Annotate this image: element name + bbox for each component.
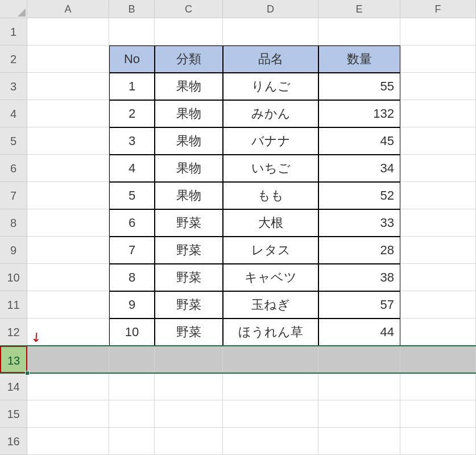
cell-C4[interactable]: 果物 [155, 100, 223, 127]
cell-E10[interactable]: 38 [318, 264, 400, 291]
cell-B10[interactable]: 8 [109, 264, 155, 291]
row-header-1[interactable]: 1 [0, 18, 27, 46]
cell-A14[interactable] [27, 373, 109, 400]
cell-F4[interactable] [400, 100, 476, 127]
row-header-10[interactable]: 10 [0, 264, 27, 291]
cell-D8[interactable]: 大根 [223, 209, 318, 237]
cell-F9[interactable] [400, 237, 476, 264]
cell-E6[interactable]: 34 [318, 155, 400, 182]
row-header-8[interactable]: 8 [0, 209, 27, 237]
cell-C2[interactable]: 分類 [155, 46, 223, 73]
cell-F1[interactable] [400, 18, 476, 46]
row-header-12[interactable]: 12 [0, 318, 27, 346]
cell-B7[interactable]: 5 [109, 182, 155, 209]
select-all-corner[interactable] [0, 0, 27, 18]
cell-A5[interactable] [27, 127, 109, 155]
cell-C12[interactable]: 野菜 [155, 318, 223, 346]
cell-A15[interactable] [27, 400, 109, 428]
cell-B5[interactable]: 3 [109, 127, 155, 155]
cell-F12[interactable] [400, 318, 476, 346]
row-header-16[interactable]: 16 [0, 428, 27, 455]
cell-F16[interactable] [400, 428, 476, 455]
cell-E1[interactable] [318, 18, 400, 46]
cell-C9[interactable]: 野菜 [155, 237, 223, 264]
cell-E8[interactable]: 33 [318, 209, 400, 237]
row-header-7[interactable]: 7 [0, 182, 27, 209]
row-header-3[interactable]: 3 [0, 73, 27, 100]
cell-B6[interactable]: 4 [109, 155, 155, 182]
cell-E16[interactable] [318, 428, 400, 455]
cell-A9[interactable] [27, 237, 109, 264]
row-header-11[interactable]: 11 [0, 291, 27, 318]
cell-E11[interactable]: 57 [318, 291, 400, 318]
cell-F5[interactable] [400, 127, 476, 155]
cell-F13[interactable] [400, 346, 476, 373]
cell-B4[interactable]: 2 [109, 100, 155, 127]
cell-A8[interactable] [27, 209, 109, 237]
col-header-B[interactable]: B [109, 0, 155, 18]
cell-E7[interactable]: 52 [318, 182, 400, 209]
cell-C16[interactable] [155, 428, 223, 455]
cell-A1[interactable] [27, 18, 109, 46]
row-header-9[interactable]: 9 [0, 237, 27, 264]
cell-C11[interactable]: 野菜 [155, 291, 223, 318]
cell-A10[interactable] [27, 264, 109, 291]
cell-D14[interactable] [223, 373, 318, 400]
cell-E13[interactable] [318, 346, 400, 373]
cell-F14[interactable] [400, 373, 476, 400]
cell-B1[interactable] [109, 18, 155, 46]
cell-B14[interactable] [109, 373, 155, 400]
cell-C15[interactable] [155, 400, 223, 428]
cell-D16[interactable] [223, 428, 318, 455]
row-header-15[interactable]: 15 [0, 400, 27, 428]
cell-D7[interactable]: もも [223, 182, 318, 209]
cell-E15[interactable] [318, 400, 400, 428]
cell-D6[interactable]: いちご [223, 155, 318, 182]
cell-A3[interactable] [27, 73, 109, 100]
cell-D11[interactable]: 玉ねぎ [223, 291, 318, 318]
cell-D1[interactable] [223, 18, 318, 46]
cell-D3[interactable]: りんご [223, 73, 318, 100]
col-header-E[interactable]: E [318, 0, 400, 18]
row-header-14[interactable]: 14 [0, 373, 27, 400]
cell-C8[interactable]: 野菜 [155, 209, 223, 237]
cell-F10[interactable] [400, 264, 476, 291]
cell-A4[interactable] [27, 100, 109, 127]
cell-C7[interactable]: 果物 [155, 182, 223, 209]
cell-A2[interactable] [27, 46, 109, 73]
cell-A11[interactable] [27, 291, 109, 318]
cell-B13[interactable] [109, 346, 155, 373]
cell-D5[interactable]: バナナ [223, 127, 318, 155]
row-header-13[interactable]: 13 [0, 346, 27, 373]
cell-B16[interactable] [109, 428, 155, 455]
cell-F8[interactable] [400, 209, 476, 237]
cell-D4[interactable]: みかん [223, 100, 318, 127]
cell-E5[interactable]: 45 [318, 127, 400, 155]
cell-C14[interactable] [155, 373, 223, 400]
col-header-C[interactable]: C [155, 0, 223, 18]
cell-D9[interactable]: レタス [223, 237, 318, 264]
cell-E14[interactable] [318, 373, 400, 400]
cell-C6[interactable]: 果物 [155, 155, 223, 182]
cell-B11[interactable]: 9 [109, 291, 155, 318]
cell-A6[interactable] [27, 155, 109, 182]
row-header-5[interactable]: 5 [0, 127, 27, 155]
cell-E12[interactable]: 44 [318, 318, 400, 346]
cell-F2[interactable] [400, 46, 476, 73]
cell-B2[interactable]: No [109, 46, 155, 73]
cell-D15[interactable] [223, 400, 318, 428]
cell-F11[interactable] [400, 291, 476, 318]
cell-F3[interactable] [400, 73, 476, 100]
cell-B8[interactable]: 6 [109, 209, 155, 237]
col-header-F[interactable]: F [400, 0, 476, 18]
row-header-2[interactable]: 2 [0, 46, 27, 73]
cell-D2[interactable]: 品名 [223, 46, 318, 73]
cell-C1[interactable] [155, 18, 223, 46]
cell-F7[interactable] [400, 182, 476, 209]
cell-D12[interactable]: ほうれん草 [223, 318, 318, 346]
selection-handle[interactable] [25, 371, 30, 375]
cell-A13[interactable] [27, 346, 109, 373]
col-header-A[interactable]: A [27, 0, 109, 18]
cell-B12[interactable]: 10 [109, 318, 155, 346]
cell-B3[interactable]: 1 [109, 73, 155, 100]
